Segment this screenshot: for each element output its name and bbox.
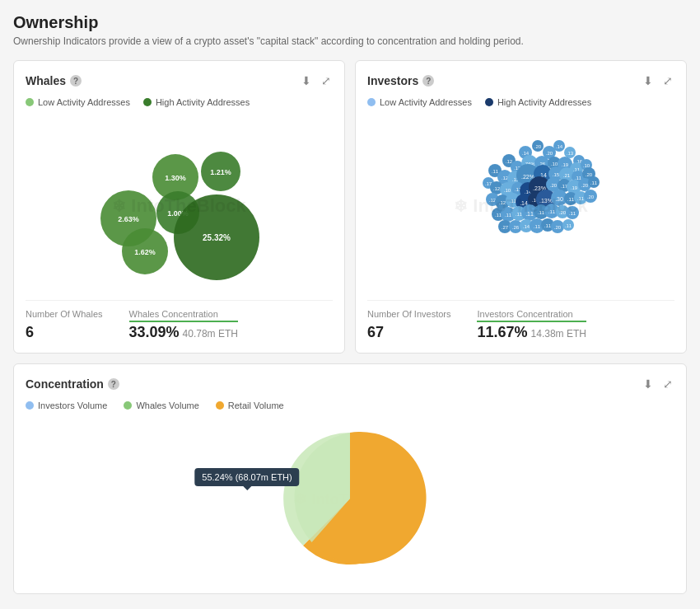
whales-watermark: ❄ IntoTheBlock bbox=[112, 195, 245, 217]
svg-text:.14: .14 bbox=[521, 151, 529, 156]
concentration-title: Concentration ? bbox=[26, 377, 119, 391]
whales-expand-button[interactable]: ⤢ bbox=[320, 73, 333, 89]
investors-count-value: 67 bbox=[367, 324, 450, 341]
investors-low-dot bbox=[367, 98, 376, 106]
svg-text:.11: .11 bbox=[544, 223, 551, 228]
ownership-page: Ownership Ownership Indicators provide a… bbox=[0, 0, 700, 607]
whales-concentration-stat: Whales Concentration 33.09%40.78m ETH bbox=[129, 309, 238, 341]
whales-legend: Low Activity Addresses High Activity Add… bbox=[26, 97, 333, 107]
whales-volume-legend: Whales Volume bbox=[124, 401, 198, 410]
investors-panel: Investors ? ⬇ ⤢ Low Activity Addresses H… bbox=[355, 60, 687, 354]
concentration-chart: ❄ IntoTheBlock bbox=[26, 417, 674, 582]
svg-text:1.21%: 1.21% bbox=[210, 168, 231, 176]
whales-count-stat: Number Of Whales 6 bbox=[26, 309, 103, 341]
investors-expand-button[interactable]: ⤢ bbox=[661, 73, 674, 89]
investors-count-label: Number Of Investors bbox=[367, 309, 450, 322]
whales-volume-dot bbox=[124, 401, 132, 410]
investors-chart: ❄ IntoTheBlock .14 .20 .20 .14 .13 .16 .… bbox=[367, 115, 674, 297]
svg-text:.20: .20 bbox=[581, 183, 588, 188]
svg-text:.11: .11 bbox=[590, 180, 597, 185]
svg-text:.12: .12 bbox=[505, 159, 512, 164]
investors-help-icon[interactable]: ? bbox=[422, 75, 434, 87]
whales-download-button[interactable]: ⬇ bbox=[300, 73, 313, 89]
tooltip-arrow bbox=[243, 486, 251, 490]
whales-count-value: 6 bbox=[26, 324, 103, 341]
whales-legend-high: High Activity Addresses bbox=[143, 97, 250, 107]
svg-text:.20: .20 bbox=[545, 151, 553, 156]
concentration-header: Concentration ? ⬇ ⤢ bbox=[26, 376, 674, 392]
investors-title: Investors ? bbox=[367, 74, 434, 87]
whales-concentration-label: Whales Concentration bbox=[129, 309, 238, 322]
concentration-download-button[interactable]: ⬇ bbox=[642, 376, 655, 392]
svg-text:.20: .20 bbox=[534, 144, 541, 149]
svg-text:.13: .13 bbox=[566, 151, 573, 156]
concentration-expand-button[interactable]: ⤢ bbox=[661, 376, 674, 392]
retail-volume-legend: Retail Volume bbox=[216, 401, 284, 410]
concentration-help-icon[interactable]: ? bbox=[108, 378, 119, 390]
svg-text:.10: .10 bbox=[503, 188, 511, 193]
svg-text:.27: .27 bbox=[501, 225, 508, 230]
page-subtitle: Ownership Indicators provide a view of a… bbox=[13, 35, 687, 47]
whales-panel-header: Whales ? ⬇ ⤢ bbox=[26, 73, 333, 89]
whales-actions: ⬇ ⤢ bbox=[300, 73, 333, 89]
investors-legend-high: High Activity Addresses bbox=[485, 97, 591, 107]
svg-text:.19: .19 bbox=[561, 162, 568, 167]
whales-high-label: High Activity Addresses bbox=[156, 97, 250, 107]
investors-volume-dot bbox=[26, 401, 34, 410]
investors-high-dot bbox=[485, 98, 493, 106]
svg-text:.21: .21 bbox=[562, 173, 570, 178]
whales-low-label: Low Activity Addresses bbox=[38, 97, 130, 107]
pie-chart-container: 55.24% (68.07m ETH) bbox=[272, 420, 428, 579]
whales-legend-low: Low Activity Addresses bbox=[26, 97, 130, 107]
investors-actions: ⬇ ⤢ bbox=[642, 73, 674, 89]
investors-volume-label: Investors Volume bbox=[38, 401, 107, 410]
top-panels: Whales ? ⬇ ⤢ Low Activity Addresses High… bbox=[13, 60, 687, 354]
svg-text:.26: .26 bbox=[511, 225, 519, 230]
whales-chart: ❄ IntoTheBlock 1.30% 1.21% 2.63% 1.00% bbox=[26, 115, 333, 297]
svg-text:.20: .20 bbox=[585, 172, 592, 177]
svg-text:1.62%: 1.62% bbox=[134, 248, 156, 256]
investors-footer: Number Of Investors 67 Investors Concent… bbox=[367, 300, 674, 341]
investors-low-label: Low Activity Addresses bbox=[380, 97, 472, 107]
low-activity-dot bbox=[26, 98, 34, 106]
high-activity-dot bbox=[143, 98, 152, 106]
svg-text:.20: .20 bbox=[553, 225, 561, 230]
svg-text:1.30%: 1.30% bbox=[165, 174, 186, 182]
retail-volume-label: Retail Volume bbox=[228, 401, 284, 410]
investors-panel-header: Investors ? ⬇ ⤢ bbox=[367, 73, 674, 89]
svg-text:.11: .11 bbox=[491, 169, 498, 174]
svg-text:.22%: .22% bbox=[521, 174, 534, 180]
tooltip-value: 55.24% (68.07m ETH) bbox=[202, 472, 292, 482]
investors-concentration-value: 11.67%14.38m ETH bbox=[477, 324, 586, 341]
svg-text:.10: .10 bbox=[550, 162, 558, 166]
whales-panel: Whales ? ⬇ ⤢ Low Activity Addresses High… bbox=[13, 60, 345, 354]
investors-watermark: ❄ IntoTheBlock bbox=[454, 195, 587, 217]
investors-legend-low: Low Activity Addresses bbox=[367, 97, 472, 107]
tooltip-content: 55.24% (68.07m ETH) bbox=[194, 468, 299, 486]
investors-high-label: High Activity Addresses bbox=[497, 97, 591, 107]
concentration-legend: Investors Volume Whales Volume Retail Vo… bbox=[26, 401, 674, 410]
svg-text:.12: .12 bbox=[492, 186, 500, 191]
svg-text:.15: .15 bbox=[552, 172, 559, 177]
svg-text:.11: .11 bbox=[533, 224, 540, 229]
svg-text:.14: .14 bbox=[555, 144, 562, 149]
investors-concentration-stat: Investors Concentration 11.67%14.38m ETH bbox=[477, 309, 586, 341]
investors-count-stat: Number Of Investors 67 bbox=[367, 309, 450, 341]
concentration-panel: Concentration ? ⬇ ⤢ Investors Volume Wha… bbox=[13, 363, 687, 594]
svg-text:25.32%: 25.32% bbox=[203, 233, 231, 242]
whales-footer: Number Of Whales 6 Whales Concentration … bbox=[26, 300, 333, 341]
investors-concentration-label: Investors Concentration bbox=[477, 309, 586, 322]
retail-volume-dot bbox=[216, 401, 224, 410]
investors-volume-legend: Investors Volume bbox=[26, 401, 107, 410]
svg-text:.14: .14 bbox=[522, 224, 530, 229]
svg-text:.20: .20 bbox=[586, 194, 594, 199]
page-title: Ownership bbox=[13, 13, 687, 32]
whales-help-icon[interactable]: ? bbox=[70, 75, 82, 87]
whales-count-label: Number Of Whales bbox=[26, 309, 103, 322]
whales-volume-label: Whales Volume bbox=[136, 401, 198, 410]
svg-text:.20: .20 bbox=[549, 183, 557, 188]
concentration-actions: ⬇ ⤢ bbox=[642, 376, 674, 392]
investors-legend: Low Activity Addresses High Activity Add… bbox=[367, 97, 674, 107]
investors-download-button[interactable]: ⬇ bbox=[642, 73, 655, 89]
whales-title: Whales ? bbox=[26, 74, 82, 87]
